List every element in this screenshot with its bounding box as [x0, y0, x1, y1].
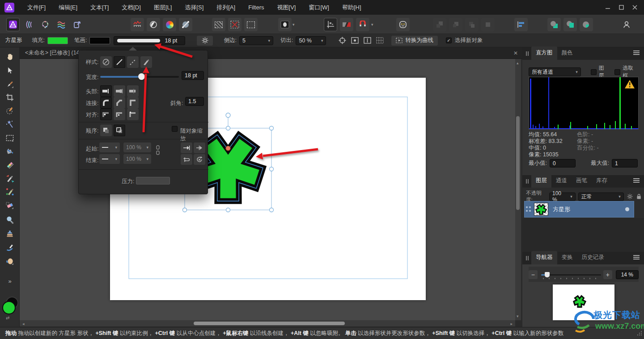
layer-thumbnail[interactable]	[534, 203, 548, 216]
pressure-graph-input[interactable]	[136, 177, 170, 184]
width-slider[interactable]	[100, 73, 179, 80]
scroll-up-arrow[interactable]: ▴	[517, 61, 519, 65]
paint-brush-tool[interactable]	[5, 187, 15, 197]
horizontal-scrollbar[interactable]: ◂ ▸	[20, 320, 515, 326]
panel-menu-icon[interactable]	[633, 50, 640, 56]
resize-grip[interactable]	[637, 331, 642, 336]
maximize-button[interactable]	[614, 0, 628, 15]
auto-white-balance-button[interactable]	[179, 18, 192, 31]
gradient-tool[interactable]	[5, 160, 15, 170]
document-tab-title[interactable]: <未命名> [已修改] (14.3	[25, 49, 84, 57]
start-style-select[interactable]: ▾	[99, 142, 120, 152]
scale-with-object-checkbox[interactable]	[172, 126, 178, 132]
more-tools-button[interactable]: »	[5, 276, 15, 286]
cap-round-button[interactable]	[114, 85, 125, 97]
channel-select[interactable]: 所有通道▾	[529, 67, 581, 76]
menu-item[interactable]: 图层[L]	[154, 4, 172, 12]
order-behind-button[interactable]	[100, 125, 112, 136]
rectangular-marquee-tool[interactable]	[5, 133, 15, 143]
alignment-button[interactable]	[514, 18, 528, 31]
end-pct-select[interactable]: 100 %▾	[123, 154, 151, 164]
zoom-slider[interactable]	[541, 270, 600, 279]
menu-item[interactable]: 文档[D]	[122, 4, 141, 12]
select-new-object-checkbox[interactable]: ✓	[446, 38, 452, 43]
arrow-align-end-button[interactable]	[181, 142, 192, 153]
geometry-add-button[interactable]	[547, 18, 561, 31]
panel-collapse-icon[interactable]	[526, 179, 530, 184]
grid-button[interactable]	[374, 36, 385, 46]
sides-select[interactable]: 5▾	[239, 36, 273, 45]
align-inside-button[interactable]	[114, 109, 125, 120]
fill-color-well[interactable]	[2, 301, 16, 314]
tab-transform[interactable]: 变换	[557, 251, 577, 264]
panel-collapse-icon[interactable]	[526, 51, 530, 56]
tab-channels[interactable]: 通道	[551, 174, 572, 188]
blur-tool[interactable]	[5, 215, 15, 225]
max-input[interactable]: 1	[612, 159, 638, 167]
smudge-tool[interactable]	[5, 243, 15, 252]
convert-to-curves-button[interactable]: 转换为曲线	[391, 36, 438, 46]
miter-value-input[interactable]: 1.5	[185, 97, 204, 106]
swap-colors-icon[interactable]: ⇄	[6, 315, 9, 320]
zoom-slider-thumb[interactable]	[545, 272, 550, 277]
end-style-select[interactable]: ▾	[99, 154, 120, 164]
snapping-magnet-button[interactable]	[356, 18, 369, 31]
stroke-style-brush-button[interactable]	[140, 56, 152, 68]
account-button[interactable]	[620, 18, 633, 31]
tone-mapping-persona-button[interactable]	[55, 18, 68, 31]
layer-checkbox[interactable]	[591, 69, 597, 75]
refine-selection-button[interactable]	[244, 18, 258, 31]
quick-mask-dropdown-chevron[interactable]: ▾	[292, 18, 295, 31]
export-persona-button[interactable]	[71, 18, 84, 31]
auto-levels-button[interactable]	[131, 18, 144, 31]
horizontal-scroll-thumb[interactable]	[194, 322, 345, 325]
erase-brush-tool[interactable]	[5, 201, 15, 210]
align-center-button[interactable]	[100, 109, 112, 120]
join-round-button[interactable]	[100, 97, 112, 109]
stroke-settings-gear-button[interactable]	[197, 36, 213, 46]
layer-row-square-star[interactable]: 方星形	[524, 201, 634, 218]
cap-butt-button[interactable]	[100, 85, 112, 97]
view-hand-tool[interactable]	[5, 52, 15, 62]
fill-color-swatch[interactable]	[47, 37, 68, 44]
panel-menu-icon[interactable]	[633, 178, 640, 184]
assistant-button[interactable]	[396, 18, 410, 31]
rotation-handle[interactable]	[226, 113, 230, 117]
selection-brush-tool[interactable]	[5, 105, 15, 115]
minimize-button[interactable]	[601, 0, 614, 15]
reset-arrows-button[interactable]	[194, 154, 205, 165]
cap-square-button[interactable]	[127, 85, 139, 97]
stroke-style-solid-button[interactable]	[114, 56, 125, 68]
vertical-scrollbar[interactable]: ▴ ▾	[515, 59, 521, 320]
snapping-dropdown-chevron[interactable]: ▾	[371, 18, 373, 31]
panel-collapse-icon[interactable]	[526, 256, 530, 260]
min-input[interactable]: 0	[550, 159, 576, 167]
menu-item[interactable]: 排列[A]	[216, 4, 235, 12]
menu-item[interactable]: 选择[S]	[185, 4, 203, 12]
tab-histogram[interactable]: 直方图	[531, 46, 557, 60]
fill-stroke-color-selector[interactable]: ⇄	[2, 297, 18, 318]
color-picker-tool[interactable]	[5, 80, 15, 89]
auto-colors-button[interactable]	[163, 18, 176, 31]
photo-persona-button[interactable]	[6, 18, 20, 31]
geometry-intersect-button[interactable]	[580, 18, 593, 31]
width-slider-thumb[interactable]	[138, 73, 145, 80]
width-value-input[interactable]: 18 pt	[182, 71, 204, 80]
document-close-icon[interactable]: ✕	[513, 50, 518, 56]
liquify-persona-button[interactable]	[22, 18, 36, 31]
layer-drag-handle[interactable]	[526, 206, 532, 213]
menu-item[interactable]: 视图[V]	[277, 4, 296, 12]
split-view-button[interactable]	[340, 18, 353, 31]
tab-history[interactable]: 历史记录	[577, 251, 609, 264]
lock-icon[interactable]	[636, 193, 641, 200]
tab-navigator[interactable]: 导航器	[531, 251, 557, 264]
stroke-style-dash-button[interactable]	[127, 56, 139, 68]
stroke-style-none-button[interactable]	[100, 56, 112, 68]
swap-arrows-button[interactable]	[181, 154, 192, 165]
vertical-scroll-thumb[interactable]	[516, 116, 520, 210]
layer-visibility-dot[interactable]	[625, 207, 629, 211]
shape-center-button[interactable]	[349, 36, 360, 46]
start-pct-select[interactable]: 100 %▾	[123, 142, 151, 152]
tab-brushes[interactable]: 画笔	[572, 174, 592, 188]
join-bevel-button[interactable]	[114, 97, 125, 109]
